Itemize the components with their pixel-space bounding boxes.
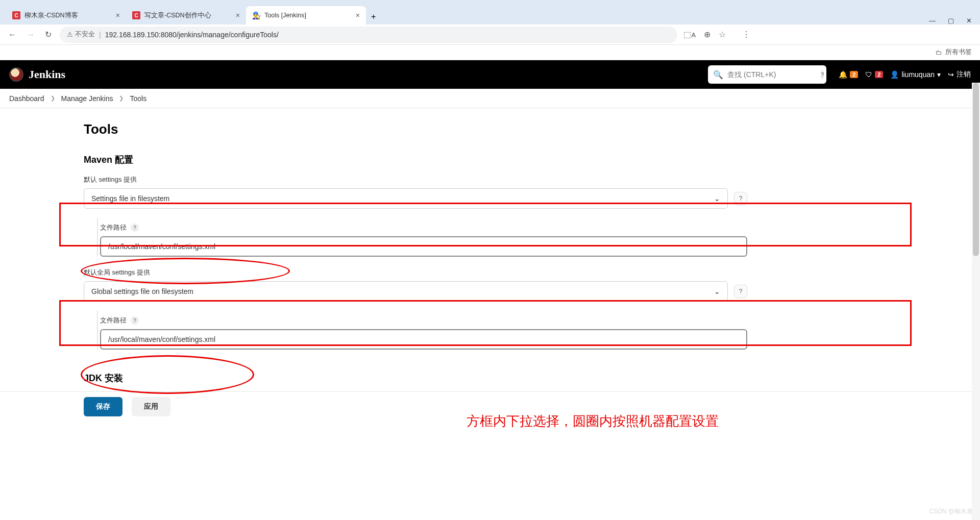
username-label: liumuquan (901, 70, 935, 79)
browser-tab-strip: C 柳木泉-CSDN博客 × C 写文章-CSDN创作中心 × 👨‍🔧 Tool… (0, 0, 980, 24)
tab-csdn-blog[interactable]: C 柳木泉-CSDN博客 × (6, 6, 126, 24)
annotation-note-text: 方框内下拉选择，圆圈内按照机器配置设置 (467, 412, 719, 430)
bookmark-star-icon[interactable]: ☆ (719, 30, 726, 39)
insecure-icon: ⚠ 不安全 (67, 30, 95, 39)
scrollbar-thumb[interactable] (973, 83, 979, 256)
url-text: 192.168.189.150:8080/jenkins/manage/conf… (105, 31, 279, 39)
global-settings-label: 默认全局 settings 提供 (84, 268, 747, 277)
save-button[interactable]: 保存 (84, 397, 122, 416)
settings-filepath-input[interactable] (100, 236, 747, 257)
tab-csdn-write[interactable]: C 写文章-CSDN创作中心 × (126, 6, 246, 24)
notification-badge: 2 (850, 71, 858, 78)
new-tab-button[interactable]: + (366, 9, 381, 24)
help-button[interactable]: ? (734, 192, 747, 205)
scrollbar-track[interactable] (972, 83, 980, 520)
window-controls: — ▢ ✕ (929, 17, 980, 24)
translate-icon[interactable]: ⬚ᴀ (683, 30, 696, 39)
help-inline-icon[interactable]: ? (131, 316, 139, 325)
tab-title: Tools [Jenkins] (264, 12, 352, 19)
default-settings-select[interactable]: Settings file in filesystem ⌄ (84, 188, 728, 209)
header-icons: 🔔 2 🛡 2 👤 liumuquan ▾ ↪ 注销 (839, 70, 971, 79)
shield-icon: 🛡 (865, 70, 872, 79)
main-content: Tools Maven 配置 默认 settings 提供 Settings f… (0, 108, 980, 421)
tab-title: 写文章-CSDN创作中心 (144, 11, 232, 20)
global-settings-filepath-input[interactable] (100, 329, 747, 350)
logout-button[interactable]: ↪ 注销 (948, 70, 971, 79)
filepath-label: 文件路径 ? (100, 223, 747, 232)
tab-title: 柳木泉-CSDN博客 (24, 11, 112, 20)
jenkins-logo-text: Jenkins (29, 68, 65, 81)
logout-label: 注销 (957, 70, 971, 79)
jenkins-logo-icon (9, 67, 23, 82)
breadcrumb: Dashboard ❯ Manage Jenkins ❯ Tools (0, 89, 980, 108)
close-window-button[interactable]: ✕ (966, 17, 972, 24)
chevron-right-icon: ❯ (51, 95, 55, 102)
breadcrumb-manage[interactable]: Manage Jenkins (61, 94, 113, 103)
back-button[interactable]: ← (6, 28, 18, 41)
breadcrumb-dashboard[interactable]: Dashboard (9, 94, 44, 103)
close-tab-icon[interactable]: × (356, 11, 360, 19)
zoom-icon[interactable]: ⊕ (704, 30, 710, 39)
url-input[interactable]: ⚠ 不安全 | 192.168.189.150:8080/jenkins/man… (60, 27, 677, 43)
jenkins-header: Jenkins 🔍 ? 🔔 2 🛡 2 👤 liumuquan ▾ ↪ 注销 (0, 60, 980, 89)
reload-button[interactable]: ↻ (43, 28, 54, 41)
toolbar-right: ⬚ᴀ ⊕ ☆ ⋮ (683, 30, 750, 39)
help-inline-icon[interactable]: ? (131, 224, 139, 232)
address-bar: ← → ↻ ⚠ 不安全 | 192.168.189.150:8080/jenki… (0, 24, 980, 45)
search-input[interactable] (727, 70, 817, 79)
close-tab-icon[interactable]: × (236, 11, 240, 19)
chevron-down-icon: ⌄ (714, 194, 720, 203)
maximize-button[interactable]: ▢ (948, 17, 954, 24)
forward-button[interactable]: → (24, 28, 37, 41)
jdk-section-heading: JDK 安装 (84, 372, 747, 384)
user-icon: 👤 (890, 70, 899, 79)
all-bookmarks-link[interactable]: 所有书签 (945, 48, 972, 57)
logout-icon: ↪ (948, 70, 954, 79)
user-menu[interactable]: 👤 liumuquan ▾ (890, 70, 941, 79)
global-settings-select[interactable]: Global settings file on filesystem ⌄ (84, 281, 728, 302)
notifications-button[interactable]: 🔔 2 (839, 70, 858, 79)
select-value: Settings file in filesystem (91, 194, 169, 203)
bookmarks-bar: 🗀 所有书签 (0, 45, 980, 60)
help-button[interactable]: ? (734, 285, 747, 298)
menu-kebab-icon[interactable]: ⋮ (742, 30, 750, 39)
filepath2-label: 文件路径 ? (100, 316, 747, 325)
csdn-favicon-icon: C (12, 11, 20, 19)
chevron-down-icon: ⌄ (714, 287, 720, 295)
security-badge: 2 (875, 71, 883, 78)
search-icon: 🔍 (713, 70, 723, 80)
folder-icon: 🗀 (936, 49, 942, 56)
bell-icon: 🔔 (839, 70, 847, 79)
jenkins-favicon-icon: 👨‍🔧 (252, 11, 260, 19)
select-value: Global settings file on filesystem (91, 287, 193, 295)
breadcrumb-tools[interactable]: Tools (130, 94, 146, 103)
apply-button[interactable]: 应用 (132, 397, 170, 416)
close-tab-icon[interactable]: × (116, 11, 120, 19)
minimize-button[interactable]: — (929, 17, 936, 24)
csdn-favicon-icon: C (132, 11, 140, 19)
jenkins-search[interactable]: 🔍 ? (708, 65, 826, 84)
security-button[interactable]: 🛡 2 (865, 70, 883, 79)
tab-jenkins-tools[interactable]: 👨‍🔧 Tools [Jenkins] × (246, 6, 366, 24)
search-help-icon[interactable]: ? (821, 69, 824, 80)
jenkins-brand[interactable]: Jenkins (9, 67, 65, 82)
page-title: Tools (84, 121, 747, 137)
maven-section-heading: Maven 配置 (84, 154, 747, 166)
default-settings-label: 默认 settings 提供 (84, 175, 747, 184)
chevron-down-icon: ▾ (937, 70, 941, 79)
watermark-text: CSDN @柳木泉 (929, 507, 973, 516)
chevron-right-icon: ❯ (119, 95, 124, 102)
